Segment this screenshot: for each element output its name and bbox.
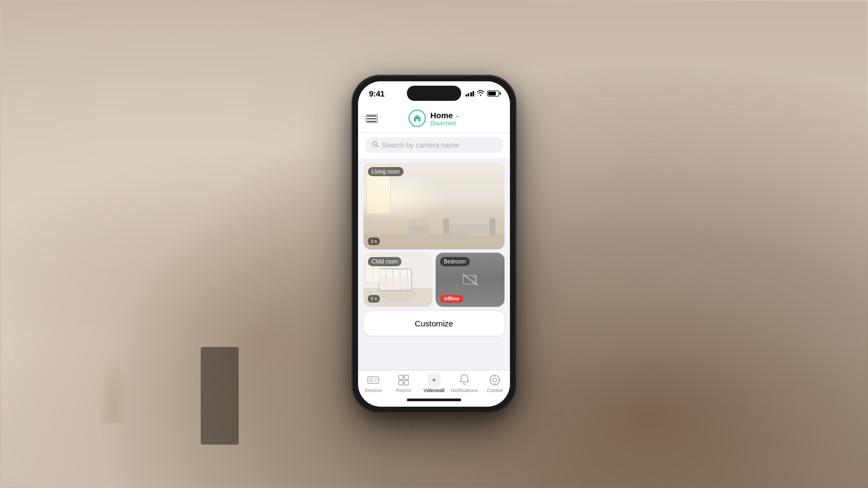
svg-rect-36 (435, 381, 435, 381)
tab-videowall-label: Videowall (424, 388, 444, 393)
bedroom-camera-card[interactable]: Bedroom Offline (436, 253, 505, 307)
customize-button[interactable]: Customize (363, 311, 505, 336)
dynamic-island (407, 86, 461, 101)
svg-rect-26 (399, 381, 403, 385)
svg-point-7 (443, 232, 471, 240)
svg-rect-18 (381, 277, 410, 289)
tab-devices-label: Devices (365, 388, 382, 393)
svg-rect-2 (363, 234, 505, 249)
svg-rect-24 (399, 375, 403, 380)
svg-rect-31 (433, 380, 433, 380)
camera-grid: Living room 3 s (363, 163, 505, 307)
battery-fill (488, 92, 496, 95)
background-object (201, 347, 239, 445)
home-indicator (358, 395, 510, 407)
room-furniture-svg (363, 197, 505, 249)
search-container: Search by camera name (358, 133, 510, 158)
living-room-camera-card[interactable]: Living room 3 s (363, 163, 505, 249)
header-title-area: Home ⌄ Disarmed (430, 111, 459, 126)
signal-bar-1 (465, 94, 467, 97)
camera-row-bottom: Child room 5 s (363, 253, 505, 307)
svg-rect-6 (489, 218, 495, 236)
svg-rect-25 (404, 375, 409, 380)
rooms-icon (397, 374, 410, 387)
battery-icon (487, 91, 499, 97)
search-bar[interactable]: Search by camera name (366, 137, 502, 153)
svg-rect-4 (444, 217, 495, 224)
svg-rect-30 (435, 379, 435, 380)
menu-button[interactable] (366, 114, 378, 123)
hamburger-line-2 (367, 118, 376, 119)
home-bar (407, 399, 461, 401)
tab-notifications[interactable]: Notifications (449, 374, 480, 393)
svg-rect-32 (433, 380, 434, 380)
child-room-camera-card[interactable]: Child room 5 s (363, 253, 432, 307)
header-subtitle: Disarmed (430, 120, 456, 126)
svg-point-38 (493, 378, 497, 382)
videowall-icon (427, 374, 441, 387)
app-header: Home ⌄ Disarmed (358, 105, 510, 133)
app-body: Home ⌄ Disarmed (358, 105, 510, 407)
tab-devices[interactable]: Devices (358, 374, 388, 393)
svg-rect-35 (433, 381, 434, 381)
svg-point-23 (370, 379, 373, 382)
svg-rect-28 (433, 379, 433, 380)
svg-point-0 (373, 142, 377, 146)
camera-off-icon (462, 273, 478, 286)
tab-control-label: Control (487, 388, 502, 393)
phone-device: 9:41 (353, 76, 515, 412)
tab-bar: Devices Rooms (358, 370, 510, 395)
svg-line-1 (376, 145, 378, 147)
living-room-timer: 3 s (368, 237, 380, 245)
chevron-down-icon: ⌄ (455, 112, 459, 118)
svg-rect-29 (433, 379, 434, 380)
phone-shell: 9:41 (353, 76, 515, 412)
header-title: Home (430, 111, 453, 120)
devices-icon (367, 374, 380, 387)
header-center: Home ⌄ Disarmed (409, 110, 459, 127)
scrollable-area[interactable]: Living room 3 s (358, 158, 510, 370)
tab-rooms[interactable]: Rooms (388, 374, 419, 393)
child-room-label: Child room (368, 257, 401, 266)
signal-bars-icon (465, 90, 475, 97)
background-plant (98, 352, 130, 423)
child-room-timer: 5 s (368, 295, 380, 303)
signal-bar-3 (470, 92, 472, 97)
tab-rooms-label: Rooms (396, 388, 412, 393)
signal-bar-4 (473, 91, 474, 97)
home-icon (409, 110, 426, 127)
wifi-icon (477, 89, 484, 98)
tab-videowall[interactable]: Videowall (419, 374, 449, 393)
svg-rect-9 (409, 219, 429, 226)
tab-notifications-label: Notifications (451, 388, 477, 393)
tab-control[interactable]: Control (480, 374, 510, 393)
status-time: 9:41 (369, 89, 385, 98)
svg-rect-33 (435, 380, 435, 380)
phone-screen: 9:41 (358, 81, 510, 407)
notifications-icon (458, 374, 471, 387)
svg-rect-8 (409, 224, 429, 240)
bedroom-label: Bedroom (440, 257, 470, 266)
search-placeholder: Search by camera name (382, 141, 459, 149)
offline-badge: Offline (440, 295, 463, 303)
hamburger-line-1 (367, 115, 376, 117)
header-title-row[interactable]: Home ⌄ (430, 111, 459, 120)
hamburger-line-3 (367, 121, 376, 122)
status-icons (465, 89, 500, 98)
svg-rect-34 (433, 381, 433, 381)
svg-rect-27 (404, 381, 409, 385)
search-icon (372, 141, 379, 149)
signal-bar-2 (468, 93, 469, 97)
control-icon (488, 374, 501, 387)
living-room-label: Living room (368, 167, 404, 176)
